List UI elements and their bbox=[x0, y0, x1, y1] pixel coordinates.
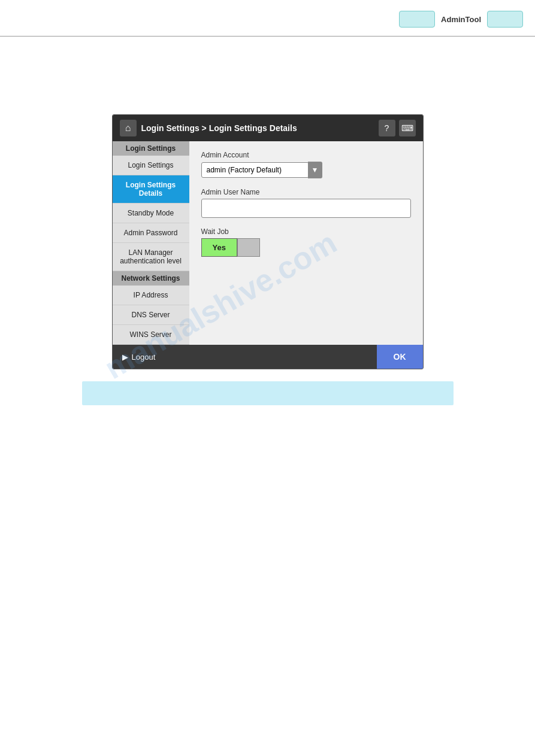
logout-icon: ▶ bbox=[122, 353, 128, 362]
page-content: ⌂ Login Settings > Login Settings Detail… bbox=[0, 37, 535, 417]
login-section-header: Login Settings bbox=[113, 141, 189, 156]
top-bar: AdminTool bbox=[0, 0, 535, 37]
admin-tool-label: AdminTool bbox=[437, 13, 485, 26]
panel-title: Login Settings > Login Settings Details bbox=[141, 123, 297, 133]
title-bar: ⌂ Login Settings > Login Settings Detail… bbox=[113, 115, 423, 141]
footer-bar: ▶ Logout OK bbox=[113, 345, 423, 369]
logout-label: Logout bbox=[132, 353, 156, 362]
keyboard-icon: ⌨ bbox=[401, 123, 413, 133]
admin-account-select[interactable]: admin (Factory Default) bbox=[201, 162, 309, 178]
sidebar-item-ip-address[interactable]: IP Address bbox=[113, 286, 189, 305]
network-section-header: Network Settings bbox=[113, 271, 189, 286]
admin-username-label: Admin User Name bbox=[201, 188, 411, 196]
wait-job-label: Wait Job bbox=[201, 227, 411, 236]
wait-job-no-btn[interactable] bbox=[237, 238, 260, 257]
ui-panel: ⌂ Login Settings > Login Settings Detail… bbox=[112, 114, 424, 369]
sidebar-item-dns-server[interactable]: DNS Server bbox=[113, 305, 189, 325]
sidebar-item-standby-mode[interactable]: Standby Mode bbox=[113, 204, 189, 223]
admin-account-label: Admin Account bbox=[201, 151, 411, 159]
logout-button[interactable]: ▶ Logout bbox=[113, 345, 165, 369]
sidebar-item-wins-server[interactable]: WINS Server bbox=[113, 325, 189, 345]
admin-account-dropdown-wrapper: admin (Factory Default) ▼ bbox=[201, 162, 411, 178]
title-bar-right: ? ⌨ bbox=[379, 120, 416, 136]
sidebar-item-lan-manager[interactable]: LAN Manager authentication level bbox=[113, 243, 189, 271]
top-btn-2[interactable] bbox=[487, 11, 523, 28]
panel-body: Login Settings Login Settings Login Sett… bbox=[113, 141, 423, 345]
wait-job-group: Wait Job Yes bbox=[201, 227, 411, 257]
title-bar-left: ⌂ Login Settings > Login Settings Detail… bbox=[120, 120, 297, 136]
chevron-down-icon: ▼ bbox=[312, 166, 319, 174]
wait-job-toggle: Yes bbox=[201, 238, 411, 257]
top-btn-1[interactable] bbox=[399, 11, 435, 28]
ok-button[interactable]: OK bbox=[377, 345, 423, 369]
admin-username-group: Admin User Name bbox=[201, 188, 411, 218]
sidebar-item-login-settings-details[interactable]: Login Settings Details bbox=[113, 175, 189, 204]
admin-account-group: Admin Account admin (Factory Default) ▼ bbox=[201, 151, 411, 178]
sidebar-item-admin-password[interactable]: Admin Password bbox=[113, 223, 189, 243]
keyboard-icon-btn[interactable]: ⌨ bbox=[399, 120, 416, 136]
sidebar-item-login-settings[interactable]: Login Settings bbox=[113, 156, 189, 175]
admin-username-input[interactable] bbox=[201, 199, 411, 218]
wait-job-yes-btn[interactable]: Yes bbox=[201, 238, 237, 257]
help-icon: ? bbox=[385, 123, 389, 133]
main-content: Admin Account admin (Factory Default) ▼ … bbox=[189, 141, 423, 345]
home-icon[interactable]: ⌂ bbox=[120, 120, 137, 136]
info-bar bbox=[82, 381, 454, 405]
help-icon-btn[interactable]: ? bbox=[379, 120, 395, 136]
top-right-buttons: AdminTool bbox=[12, 11, 523, 28]
dropdown-arrow-btn[interactable]: ▼ bbox=[308, 162, 322, 178]
sidebar: Login Settings Login Settings Login Sett… bbox=[113, 141, 189, 345]
